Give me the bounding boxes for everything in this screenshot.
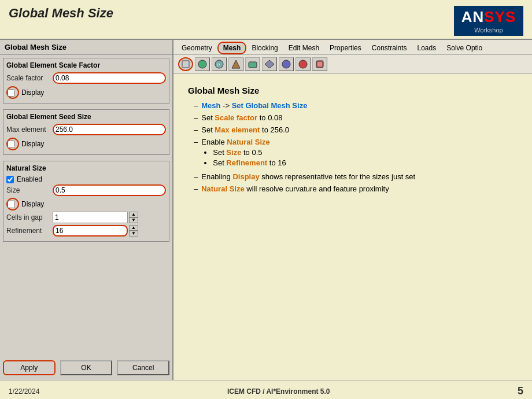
- seed-size-label: Global Element Seed Size: [6, 113, 166, 121]
- scale-factor-label: Global Element Scale Factor: [6, 61, 166, 69]
- scale-display-checkbox[interactable]: [8, 89, 15, 97]
- max-element-field-label: Max element: [6, 125, 53, 134]
- list-item-6: – Natural Size will resolve curvature an…: [194, 184, 518, 193]
- tab-constraints[interactable]: Constraints: [367, 42, 412, 54]
- cells-in-gap-label: Cells in gap: [6, 213, 53, 221]
- natural-size-row: Size: [6, 184, 166, 196]
- natural-enabled-label: Enabled: [17, 175, 42, 183]
- content-list: – Mesh -> Set Global Mesh Size – Set Sca…: [188, 101, 518, 193]
- apply-button[interactable]: Apply: [3, 360, 56, 375]
- refinement-down-arrow[interactable]: ▼: [129, 231, 138, 237]
- toolbar-area: Geometry Mesh Blocking Edit Mesh Propert…: [173, 40, 532, 74]
- seed-display-checkbox[interactable]: [8, 141, 15, 148]
- logo-subtitle: Workshop: [474, 27, 503, 34]
- sub-item-1: Set Size to 0.5: [213, 148, 286, 157]
- cancel-button[interactable]: Cancel: [117, 360, 169, 375]
- tab-properties[interactable]: Properties: [324, 42, 367, 54]
- tool-icon-4[interactable]: [228, 57, 243, 71]
- ok-button[interactable]: OK: [60, 360, 113, 375]
- tool-icon-7[interactable]: [279, 57, 294, 71]
- cells-down-arrow[interactable]: ▼: [129, 217, 138, 223]
- svg-marker-5: [232, 60, 240, 68]
- tool-icon-2[interactable]: [195, 57, 210, 71]
- natural-display-row: Display: [6, 198, 166, 210]
- svg-rect-11: [317, 62, 322, 66]
- header: Global Mesh Size ANSYS Workshop: [0, 0, 532, 39]
- scale-display-circle: [6, 86, 19, 99]
- refinement-arrows: ▲ ▼: [129, 225, 138, 237]
- seed-display-circle: [6, 138, 19, 150]
- list-item-3: – Set Max element to 256.0: [194, 125, 518, 134]
- svg-rect-6: [249, 62, 257, 68]
- cells-arrows: ▲ ▼: [129, 212, 138, 223]
- menu-tabs: Geometry Mesh Blocking Edit Mesh Propert…: [173, 40, 532, 55]
- tab-mesh[interactable]: Mesh: [217, 42, 247, 54]
- max-element-input[interactable]: [53, 124, 166, 135]
- list-item-4: – Enable Natural Size Set Size to 0.5 Se…: [194, 138, 518, 169]
- tool-icon-9[interactable]: [312, 57, 327, 71]
- svg-point-2: [198, 60, 206, 68]
- scale-factor-section: Global Element Scale Factor Scale factor…: [3, 58, 169, 104]
- svg-point-8: [282, 60, 290, 68]
- logo-text: ANSYS: [461, 8, 516, 26]
- tool-icon-5[interactable]: [245, 57, 260, 71]
- refinement-input[interactable]: [53, 225, 128, 237]
- footer-date: 1/22/2024: [9, 387, 39, 396]
- cells-input[interactable]: [53, 212, 128, 223]
- footer-page: 5: [518, 385, 523, 397]
- tab-geometry[interactable]: Geometry: [176, 42, 217, 54]
- svg-point-9: [299, 60, 307, 68]
- page-title: Global Mesh Size: [9, 6, 113, 21]
- max-element-row: Max element: [6, 124, 166, 135]
- main-area: Global Mesh Size Global Element Scale Fa…: [0, 39, 532, 380]
- content-title: Global Mesh Size: [188, 86, 518, 95]
- refinement-row: Refinement ▲ ▼: [6, 225, 166, 237]
- sub-item-2: Set Refinement to 16: [213, 158, 286, 167]
- natural-display-checkbox[interactable]: [8, 201, 15, 208]
- svg-rect-1: [183, 61, 189, 67]
- tool-icon-1[interactable]: [178, 57, 193, 71]
- natural-size-input[interactable]: [53, 184, 166, 196]
- tab-solve-options[interactable]: Solve Optio: [441, 42, 487, 54]
- tab-loads[interactable]: Loads: [412, 42, 442, 54]
- button-row: Apply OK Cancel: [0, 356, 172, 380]
- refinement-up-arrow[interactable]: ▲: [129, 225, 138, 231]
- tool-icon-8[interactable]: [295, 57, 311, 71]
- refinement-spinner: ▲ ▼: [53, 225, 138, 237]
- cells-in-gap-row: Cells in gap ▲ ▼: [6, 212, 166, 223]
- scale-display-label: Display: [21, 88, 44, 97]
- seed-display-row: Display: [6, 138, 166, 150]
- svg-marker-7: [265, 60, 274, 68]
- dialog-panel: Global Mesh Size Global Element Scale Fa…: [0, 40, 173, 380]
- svg-text:P: P: [217, 62, 220, 68]
- list-item-5: – Enabling Display shows representative …: [194, 172, 518, 181]
- scale-factor-input[interactable]: [53, 72, 166, 84]
- natural-display-circle: [6, 198, 19, 210]
- tab-blocking[interactable]: Blocking: [246, 42, 283, 54]
- scale-factor-row: Scale factor: [6, 72, 166, 84]
- scale-factor-field-label: Scale factor: [6, 74, 53, 82]
- cells-spinner: ▲ ▼: [53, 212, 138, 223]
- footer-center: ICEM CFD / AI*Environment 5.0: [227, 387, 330, 396]
- refinement-label: Refinement: [6, 227, 53, 235]
- seed-size-section: Global Element Seed Size Max element Dis…: [3, 109, 169, 155]
- tool-icon-3[interactable]: P: [212, 57, 227, 71]
- natural-enabled-checkbox[interactable]: [6, 176, 14, 183]
- list-item-1: – Mesh -> Set Global Mesh Size: [194, 101, 518, 110]
- cells-up-arrow[interactable]: ▲: [129, 212, 138, 217]
- footer: 1/22/2024 ICEM CFD / AI*Environment 5.0 …: [0, 380, 532, 399]
- tool-icon-6[interactable]: [262, 57, 277, 71]
- natural-display-label: Display: [21, 200, 44, 208]
- list-item-2: – Set Scale factor to 0.08: [194, 113, 518, 122]
- seed-display-label: Display: [21, 140, 44, 148]
- content-area: Global Mesh Size – Mesh -> Set Global Me…: [173, 74, 532, 380]
- right-panel: Geometry Mesh Blocking Edit Mesh Propert…: [173, 40, 532, 380]
- sub-list: Set Size to 0.5 Set Refinement to 16: [201, 148, 286, 167]
- tab-edit-mesh[interactable]: Edit Mesh: [283, 42, 324, 54]
- logo: ANSYS Workshop: [454, 6, 523, 36]
- scale-display-row: Display: [6, 86, 166, 99]
- natural-size-section: Natural Size Enabled Size Display Cells …: [3, 161, 169, 242]
- natural-size-field-label: Size: [6, 186, 53, 194]
- dialog-title: Global Mesh Size: [0, 40, 172, 55]
- toolbar-icons: P: [173, 55, 532, 73]
